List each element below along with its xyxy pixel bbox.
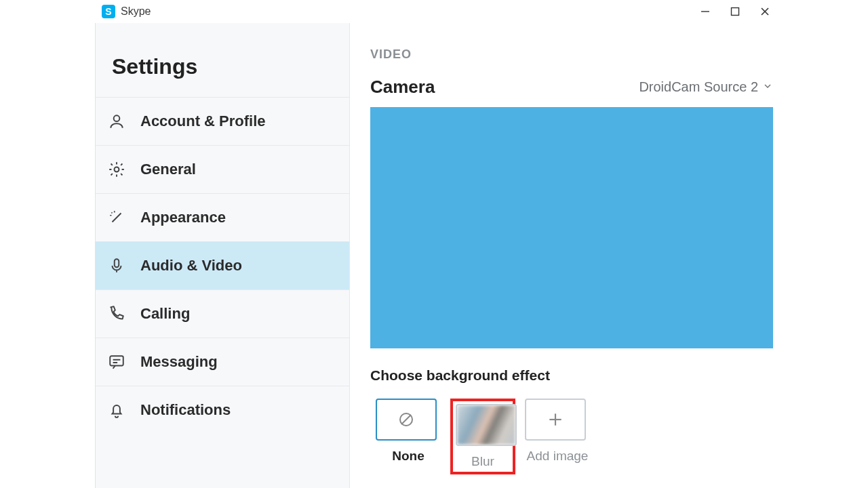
camera-source-value: DroidCam Source 2 — [639, 79, 758, 95]
sidebar-item-label: Notifications — [140, 401, 231, 419]
sidebar-item-audio-video[interactable]: Audio & Video — [96, 241, 349, 289]
camera-preview — [370, 107, 773, 348]
blur-preview-icon — [457, 405, 515, 445]
gear-icon — [108, 161, 125, 178]
svg-line-9 — [401, 415, 411, 424]
sidebar-item-label: General — [140, 161, 196, 178]
sidebar-item-label: Audio & Video — [140, 257, 242, 274]
skype-logo-icon: S — [102, 5, 115, 18]
sidebar-item-label: Messaging — [140, 353, 218, 371]
blur-thumb — [456, 404, 517, 446]
sidebar-item-appearance[interactable]: Appearance — [96, 193, 349, 241]
bg-effect-add-label: Add image — [525, 449, 590, 464]
wand-icon — [108, 209, 125, 226]
camera-heading: Camera — [370, 77, 435, 98]
settings-main-panel: VIDEO Camera DroidCam Source 2 Choose ba… — [370, 23, 773, 488]
sidebar-item-general[interactable]: General — [96, 145, 349, 193]
microphone-icon — [108, 257, 125, 274]
svg-rect-6 — [115, 259, 119, 267]
titlebar: S Skype — [0, 0, 868, 23]
bg-effect-add-image[interactable]: Add image — [525, 399, 590, 474]
add-image-thumb — [525, 399, 586, 441]
svg-rect-1 — [732, 8, 739, 16]
sidebar-item-messaging[interactable]: Messaging — [96, 338, 349, 386]
chat-icon — [108, 353, 125, 371]
bell-icon — [108, 401, 125, 419]
app-identity: S Skype — [102, 5, 151, 18]
none-icon — [398, 411, 414, 428]
phone-icon — [108, 305, 125, 323]
section-eyebrow: VIDEO — [370, 47, 773, 62]
bg-effect-list: None Blur Add image — [370, 399, 773, 474]
sidebar-item-account[interactable]: Account & Profile — [96, 97, 349, 145]
bg-effect-heading: Choose background effect — [370, 367, 773, 384]
bg-effect-none[interactable]: None — [376, 399, 441, 474]
minimize-button[interactable] — [690, 0, 720, 23]
settings-sidebar: Settings Account & Profile General Appea… — [95, 23, 350, 488]
sidebar-item-label: Account & Profile — [140, 113, 266, 130]
none-thumb — [376, 399, 437, 441]
sidebar-item-calling[interactable]: Calling — [96, 289, 349, 338]
bg-effect-none-label: None — [376, 449, 441, 464]
sidebar-item-label: Calling — [140, 305, 190, 323]
sidebar-item-label: Appearance — [140, 209, 226, 226]
camera-source-dropdown[interactable]: DroidCam Source 2 — [639, 79, 773, 95]
svg-point-4 — [114, 115, 120, 121]
bg-effect-blur-label: Blur — [456, 454, 510, 469]
window-controls — [690, 0, 868, 23]
bg-effect-blur[interactable]: Blur — [450, 399, 515, 474]
app-name: Skype — [121, 5, 151, 18]
maximize-button[interactable] — [720, 0, 750, 23]
chevron-down-icon — [762, 79, 773, 95]
person-icon — [108, 113, 125, 130]
plus-icon — [547, 411, 564, 428]
settings-heading: Settings — [96, 23, 349, 97]
close-button[interactable] — [750, 0, 780, 23]
svg-point-5 — [115, 167, 119, 172]
sidebar-item-notifications[interactable]: Notifications — [96, 386, 349, 434]
svg-rect-7 — [110, 356, 123, 365]
